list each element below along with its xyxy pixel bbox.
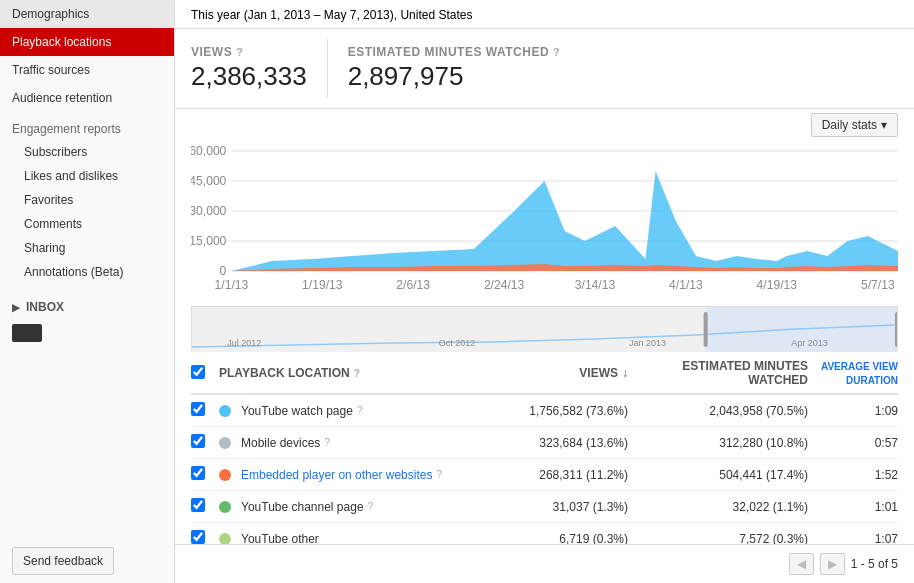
svg-text:5/7/13: 5/7/13: [861, 278, 895, 292]
svg-text:45,000: 45,000: [191, 174, 227, 188]
row-2-label: Embedded player on other websites ?: [219, 468, 488, 482]
location-help-icon[interactable]: ?: [354, 368, 360, 379]
sidebar-audience-label: Audience retention: [12, 91, 112, 105]
row-3-check[interactable]: [191, 498, 219, 515]
views-value: 2,386,333: [191, 61, 307, 92]
sidebar-item-subscribers[interactable]: Subscribers: [0, 140, 174, 164]
row-2-views: 268,311 (11.2%): [488, 468, 628, 482]
send-feedback-button[interactable]: Send feedback: [12, 547, 114, 575]
row-0-views: 1,756,582 (73.6%): [488, 404, 628, 418]
overview-oct-label: Oct 2012: [439, 338, 476, 348]
row-2-avg: 1:52: [808, 468, 898, 482]
table-row: YouTube channel page ? 31,037 (1.3%) 32,…: [191, 491, 898, 523]
header-checkbox[interactable]: [191, 365, 205, 379]
row-2-emw: 504,441 (17.4%): [628, 468, 808, 482]
inbox-arrow-icon: ▶: [12, 302, 20, 313]
row-2-checkbox[interactable]: [191, 466, 205, 480]
daily-stats-button[interactable]: Daily stats ▾: [811, 113, 898, 137]
row-2-dot-icon: [219, 469, 231, 481]
row-4-checkbox[interactable]: [191, 530, 205, 544]
inbox-badge: [12, 324, 42, 342]
table-row: Mobile devices ? 323,684 (13.6%) 312,280…: [191, 427, 898, 459]
row-1-checkbox[interactable]: [191, 434, 205, 448]
row-3-views: 31,037 (1.3%): [488, 500, 628, 514]
header-check-col: [191, 365, 219, 382]
svg-rect-20: [704, 312, 708, 347]
row-0-checkbox[interactable]: [191, 402, 205, 416]
overview-apr-label: Apr 2013: [791, 338, 828, 348]
overview-jan-label: Jan 2013: [629, 338, 666, 348]
row-2-help-icon[interactable]: ?: [436, 469, 442, 480]
sidebar-item-likes-dislikes[interactable]: Likes and dislikes: [0, 164, 174, 188]
svg-text:1/19/13: 1/19/13: [302, 278, 343, 292]
svg-text:2/24/13: 2/24/13: [484, 278, 525, 292]
stats-row: VIEWS ? 2,386,333 ESTIMATED MINUTES WATC…: [175, 29, 914, 109]
inbox-label: INBOX: [26, 300, 64, 314]
svg-text:4/1/13: 4/1/13: [669, 278, 703, 292]
overview-jul-label: Jul 2012: [227, 338, 261, 348]
row-3-emw: 32,022 (1.1%): [628, 500, 808, 514]
views-header-label: VIEWS: [579, 366, 618, 380]
sidebar-item-comments[interactable]: Comments: [0, 212, 174, 236]
row-4-avg: 1:07: [808, 532, 898, 545]
main-content: This year (Jan 1, 2013 – May 7, 2013), U…: [175, 0, 914, 583]
sidebar-item-favorites[interactable]: Favorites: [0, 188, 174, 212]
row-0-check[interactable]: [191, 402, 219, 419]
svg-rect-21: [895, 312, 897, 347]
sidebar-item-traffic-sources[interactable]: Traffic sources: [0, 56, 174, 84]
views-stat: VIEWS ? 2,386,333: [191, 39, 328, 98]
row-0-help-icon[interactable]: ?: [357, 405, 363, 416]
row-4-views: 6,719 (0.3%): [488, 532, 628, 545]
dropdown-arrow-icon: ▾: [881, 118, 887, 132]
row-2-check[interactable]: [191, 466, 219, 483]
row-4-emw: 7,572 (0.3%): [628, 532, 808, 545]
overview-chart[interactable]: Jul 2012 Oct 2012 Jan 2013 Apr 2013: [191, 306, 898, 351]
views-help-icon[interactable]: ?: [236, 46, 243, 58]
views-label: VIEWS: [191, 45, 232, 59]
header-avg-col: AVERAGE VIEW DURATION: [808, 359, 898, 387]
header-emw-col: ESTIMATED MINUTES WATCHED: [628, 359, 808, 387]
row-1-help-icon[interactable]: ?: [324, 437, 330, 448]
sidebar: Demographics Playback locations Traffic …: [0, 0, 175, 583]
engagement-group-label: Engagement reports: [0, 112, 174, 140]
sidebar-playback-label: Playback locations: [12, 35, 111, 49]
table-row: YouTube watch page ? 1,756,582 (73.6%) 2…: [191, 395, 898, 427]
sidebar-item-demographics[interactable]: Demographics: [0, 0, 174, 28]
row-1-check[interactable]: [191, 434, 219, 451]
sidebar-traffic-label: Traffic sources: [12, 63, 90, 77]
svg-text:1/1/13: 1/1/13: [215, 278, 249, 292]
sidebar-item-sharing[interactable]: Sharing: [0, 236, 174, 260]
row-4-check[interactable]: [191, 530, 219, 544]
table-header: PLAYBACK LOCATION ? VIEWS ↓ ESTIMATED MI…: [191, 351, 898, 395]
emw-value: 2,897,975: [348, 61, 561, 92]
chart-area: 60,000 45,000 30,000 15,000 0 1/1/13 1/1…: [175, 141, 914, 351]
sidebar-item-annotations[interactable]: Annotations (Beta): [0, 260, 174, 284]
prev-page-button[interactable]: ◀: [789, 553, 814, 575]
page-info: 1 - 5 of 5: [851, 557, 898, 571]
row-3-checkbox[interactable]: [191, 498, 205, 512]
prev-arrow-icon: ◀: [797, 557, 806, 571]
table-row: Embedded player on other websites ? 268,…: [191, 459, 898, 491]
table-area: PLAYBACK LOCATION ? VIEWS ↓ ESTIMATED MI…: [175, 351, 914, 544]
row-1-avg: 0:57: [808, 436, 898, 450]
controls-row: Daily stats ▾: [175, 109, 914, 141]
row-3-help-icon[interactable]: ?: [368, 501, 374, 512]
svg-text:0: 0: [220, 264, 227, 278]
daily-stats-label: Daily stats: [822, 118, 877, 132]
sidebar-item-audience-retention[interactable]: Audience retention: [0, 84, 174, 112]
next-page-button[interactable]: ▶: [820, 553, 845, 575]
row-1-views: 323,684 (13.6%): [488, 436, 628, 450]
page-header: This year (Jan 1, 2013 – May 7, 2013), U…: [175, 0, 914, 29]
header-location-col: PLAYBACK LOCATION ?: [219, 366, 488, 380]
header-views-col[interactable]: VIEWS ↓: [488, 366, 628, 380]
next-arrow-icon: ▶: [828, 557, 837, 571]
sidebar-item-playback-locations[interactable]: Playback locations: [0, 28, 174, 56]
row-0-avg: 1:09: [808, 404, 898, 418]
row-3-avg: 1:01: [808, 500, 898, 514]
embedded-player-link[interactable]: Embedded player on other websites: [241, 468, 432, 482]
row-3-label: YouTube channel page ?: [219, 500, 488, 514]
inbox-section: ▶ INBOX: [0, 290, 174, 324]
pagination: ◀ ▶ 1 - 5 of 5: [175, 544, 914, 583]
row-0-label: YouTube watch page ?: [219, 404, 488, 418]
emw-help-icon[interactable]: ?: [553, 46, 560, 58]
